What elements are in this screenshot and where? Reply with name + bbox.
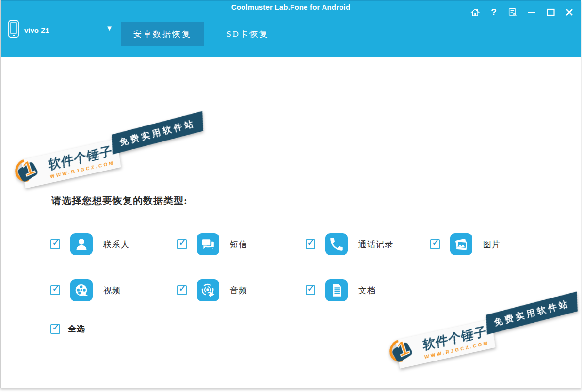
minimize-button[interactable] bbox=[524, 5, 539, 19]
tab-bar: 安卓数据恢复 SD卡恢复 bbox=[121, 22, 284, 46]
data-type-call-log: ✓ 通话记录 bbox=[306, 233, 393, 255]
documents-icon bbox=[325, 279, 348, 301]
data-type-label: 短信 bbox=[230, 239, 247, 250]
video-checkbox[interactable]: ✓ bbox=[50, 285, 60, 295]
contacts-icon bbox=[70, 233, 93, 255]
photos-checkbox[interactable]: ✓ bbox=[430, 239, 440, 249]
select-all-row: ✓ 全选 bbox=[50, 323, 85, 334]
maximize-button[interactable] bbox=[543, 5, 558, 19]
help-icon[interactable]: ? bbox=[486, 5, 501, 19]
select-all-checkbox[interactable]: ✓ bbox=[50, 324, 60, 334]
data-type-photos: ✓ 图片 bbox=[430, 233, 501, 255]
data-type-label: 通话记录 bbox=[358, 239, 393, 250]
data-type-label: 音频 bbox=[230, 285, 247, 296]
tab-sd-card-recovery[interactable]: SD卡恢复 bbox=[211, 22, 284, 46]
feedback-icon[interactable] bbox=[505, 5, 520, 19]
dropdown-arrow-icon[interactable]: ▼ bbox=[106, 24, 113, 32]
sms-icon bbox=[197, 233, 219, 255]
data-type-documents: ✓ 文档 bbox=[306, 279, 376, 301]
main-content: 请选择您想要恢复的数据类型: ✓ 联系人 ✓ 短信 ✓ bbox=[1, 57, 581, 388]
data-type-label: 联系人 bbox=[103, 239, 129, 250]
phone-device-icon bbox=[8, 20, 19, 40]
data-type-audio: ✓ 音频 bbox=[177, 279, 247, 301]
data-type-label: 文档 bbox=[358, 285, 376, 296]
sms-checkbox[interactable]: ✓ bbox=[177, 239, 187, 249]
header: Coolmuster Lab.Fone for Android ? bbox=[1, 0, 581, 57]
window-controls: ? bbox=[468, 5, 577, 19]
tab-android-data-recovery[interactable]: 安卓数据恢复 bbox=[121, 22, 204, 46]
audio-icon bbox=[197, 279, 219, 301]
data-type-contacts: ✓ 联系人 bbox=[50, 233, 129, 255]
device-name: vivo Z1 bbox=[24, 26, 49, 34]
device-selector[interactable]: vivo Z1 ▼ bbox=[8, 20, 49, 40]
call-log-icon bbox=[325, 233, 348, 255]
prompt-text: 请选择您想要恢复的数据类型: bbox=[51, 194, 188, 207]
select-all-label: 全选 bbox=[68, 323, 85, 334]
video-icon bbox=[70, 279, 93, 301]
close-button[interactable] bbox=[562, 5, 577, 19]
photos-icon bbox=[450, 233, 472, 255]
data-type-sms: ✓ 短信 bbox=[177, 233, 247, 255]
call-log-checkbox[interactable]: ✓ bbox=[306, 239, 315, 249]
data-type-label: 视频 bbox=[103, 285, 121, 296]
documents-checkbox[interactable]: ✓ bbox=[306, 285, 315, 295]
contacts-checkbox[interactable]: ✓ bbox=[50, 239, 60, 249]
data-type-video: ✓ 视频 bbox=[50, 279, 121, 301]
data-type-label: 图片 bbox=[483, 239, 501, 250]
audio-checkbox[interactable]: ✓ bbox=[177, 285, 187, 295]
app-window: Coolmuster Lab.Fone for Android ? bbox=[0, 0, 581, 388]
home-icon[interactable] bbox=[468, 5, 482, 19]
